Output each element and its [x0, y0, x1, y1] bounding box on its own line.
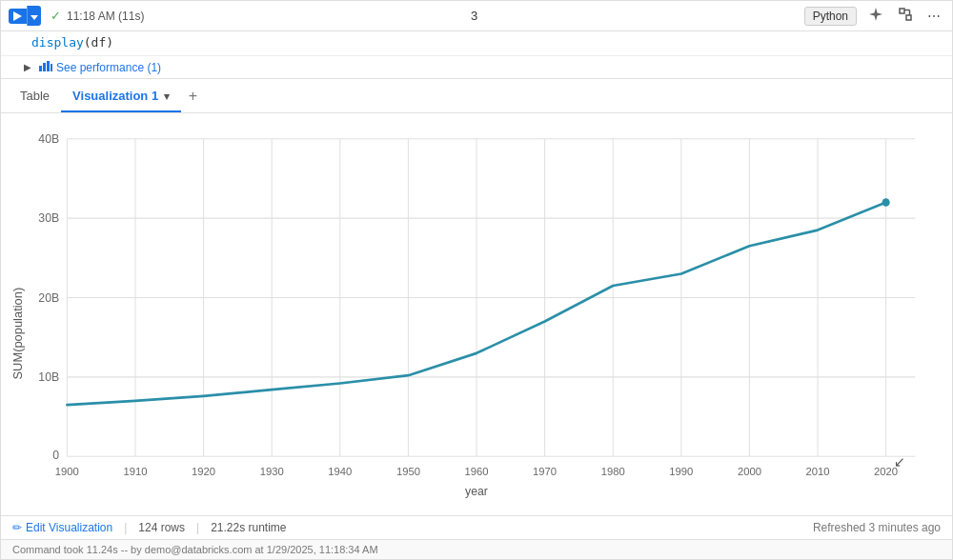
- svg-text:2010: 2010: [806, 465, 830, 476]
- status-bar: ✏ Edit Visualization | 124 rows | 21.22s…: [1, 515, 952, 539]
- separator-2: |: [196, 521, 199, 534]
- svg-text:1980: 1980: [601, 465, 625, 476]
- sparkle-icon: [868, 7, 883, 22]
- run-buttons[interactable]: [9, 6, 41, 26]
- svg-text:20B: 20B: [38, 291, 59, 305]
- toolbar-right: Python ⋯: [804, 5, 944, 27]
- svg-rect-4: [39, 66, 42, 71]
- refreshed-status: Refreshed 3 minutes ago: [813, 521, 941, 534]
- svg-text:1940: 1940: [328, 465, 352, 476]
- pencil-icon: ✏: [12, 521, 22, 534]
- python-badge[interactable]: Python: [804, 7, 857, 26]
- check-icon: ✓: [51, 9, 61, 23]
- resize-cursor-icon: ↙: [894, 454, 906, 470]
- svg-rect-7: [51, 64, 52, 71]
- add-tab-button[interactable]: +: [181, 84, 205, 109]
- svg-text:10B: 10B: [38, 370, 59, 383]
- runtime: 21.22s runtime: [211, 521, 286, 534]
- code-line: display(df): [1, 31, 952, 56]
- svg-text:1970: 1970: [533, 465, 557, 476]
- svg-text:year: year: [465, 485, 488, 498]
- collapse-arrow: ▶: [24, 62, 31, 72]
- cell-number: 3: [148, 9, 800, 23]
- more-button[interactable]: ⋯: [923, 7, 944, 26]
- row-count: 124 rows: [138, 521, 185, 534]
- performance-chart-icon: [39, 60, 52, 71]
- run-dropdown-button[interactable]: [27, 6, 41, 26]
- svg-text:2000: 2000: [738, 465, 761, 476]
- svg-rect-0: [900, 9, 904, 13]
- tab-visualization[interactable]: Visualization 1 ▾: [61, 81, 181, 112]
- viz-dropdown-icon: ▾: [164, 90, 170, 102]
- code-function: display: [31, 35, 84, 50]
- svg-text:SUM(population): SUM(population): [12, 288, 26, 380]
- svg-text:1960: 1960: [464, 465, 488, 476]
- svg-text:0: 0: [52, 449, 59, 462]
- chart-endpoint: [882, 198, 890, 207]
- svg-text:1950: 1950: [396, 465, 420, 476]
- ai-icon-button[interactable]: [864, 5, 887, 27]
- chevron-down-icon: [30, 15, 38, 20]
- code-args: (df): [84, 35, 113, 50]
- expand-icon: [899, 8, 912, 21]
- performance-row[interactable]: ▶ See performance (1): [1, 56, 952, 79]
- svg-text:1920: 1920: [192, 465, 215, 476]
- line-chart: 40B 30B 20B 10B 0 SUM(population) 1900 1…: [9, 129, 944, 508]
- svg-text:1900: 1900: [55, 465, 79, 476]
- tabs-bar: Table Visualization 1 ▾ +: [1, 79, 952, 113]
- svg-text:1930: 1930: [260, 465, 284, 476]
- svg-text:30B: 30B: [38, 211, 59, 225]
- bar-chart-icon: [39, 60, 52, 74]
- toolbar-time: 11:18 AM (11s): [67, 10, 144, 23]
- svg-text:1910: 1910: [123, 465, 147, 476]
- svg-rect-5: [43, 63, 46, 71]
- run-button[interactable]: [9, 9, 27, 24]
- tab-table[interactable]: Table: [9, 81, 61, 112]
- cell-toolbar: ✓ 11:18 AM (11s) 3 Python ⋯: [1, 1, 952, 31]
- svg-text:40B: 40B: [38, 132, 59, 146]
- command-text: Command took 11.24s -- by demo@databrick…: [12, 544, 378, 555]
- edit-visualization-button[interactable]: ✏ Edit Visualization: [12, 521, 112, 534]
- play-icon: [13, 11, 22, 21]
- expand-button[interactable]: [895, 6, 916, 26]
- notebook-cell: ✓ 11:18 AM (11s) 3 Python ⋯: [0, 0, 953, 560]
- see-performance-label: See performance (1): [56, 61, 161, 74]
- svg-rect-1: [906, 15, 911, 20]
- svg-text:1990: 1990: [669, 465, 693, 476]
- chart-area: 40B 30B 20B 10B 0 SUM(population) 1900 1…: [1, 113, 952, 515]
- command-footer: Command took 11.24s -- by demo@databrick…: [1, 539, 952, 559]
- separator-1: |: [124, 521, 127, 534]
- svg-rect-6: [47, 61, 50, 71]
